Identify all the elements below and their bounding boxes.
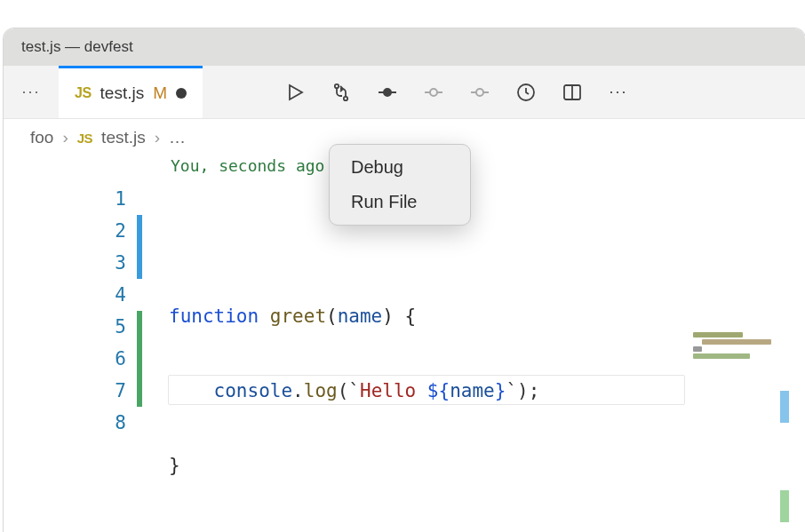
tab-testjs[interactable]: JS test.js M bbox=[59, 66, 203, 118]
line-number: 5 bbox=[4, 311, 126, 343]
js-file-icon: JS bbox=[77, 131, 92, 146]
svg-point-0 bbox=[335, 83, 339, 87]
line-number: 2 bbox=[4, 215, 126, 247]
window-titlebar: test.js — devfest bbox=[4, 28, 805, 66]
line-number: 4 bbox=[4, 279, 126, 311]
split-editor-icon[interactable] bbox=[560, 80, 585, 105]
line-number: 8 bbox=[4, 407, 126, 439]
breadcrumb-more[interactable]: … bbox=[169, 128, 186, 147]
line-number-gutter: 1 2 3 4 5 6 7 8 bbox=[4, 156, 137, 532]
svg-point-2 bbox=[384, 89, 391, 96]
svg-point-3 bbox=[430, 89, 437, 96]
minimap-marker bbox=[780, 490, 789, 522]
git-blame-header: You, seconds ago | bbox=[171, 156, 344, 175]
sidebar-overflow-icon[interactable]: ··· bbox=[4, 83, 59, 101]
minimap[interactable] bbox=[693, 332, 782, 421]
unsaved-indicator-icon bbox=[176, 88, 187, 99]
window-title: test.js — devfest bbox=[21, 38, 133, 56]
editor-window: test.js — devfest ··· JS test.js M bbox=[4, 28, 805, 532]
code-line: function greet(name) { bbox=[169, 300, 594, 332]
run-play-icon[interactable] bbox=[283, 80, 307, 105]
code-line bbox=[169, 226, 594, 258]
chevron-right-icon: › bbox=[155, 128, 160, 147]
git-commit-current-icon[interactable] bbox=[375, 80, 400, 105]
line-number: 7 bbox=[4, 375, 126, 407]
js-file-icon: JS bbox=[75, 85, 92, 101]
run-dropdown-menu: Debug Run File bbox=[329, 144, 471, 226]
line-number: 1 bbox=[4, 183, 126, 215]
breadcrumb-folder[interactable]: foo bbox=[30, 128, 53, 147]
git-change-bar-added bbox=[137, 311, 142, 407]
svg-point-4 bbox=[476, 89, 483, 96]
line-number: 6 bbox=[4, 343, 126, 375]
svg-point-1 bbox=[344, 96, 347, 99]
git-commit-prev-icon[interactable] bbox=[421, 80, 446, 105]
git-commit-next-icon[interactable] bbox=[467, 80, 492, 105]
current-line-highlight bbox=[168, 375, 685, 405]
more-actions-icon[interactable]: ··· bbox=[606, 80, 631, 105]
code-line bbox=[169, 524, 594, 532]
git-change-bar-modified bbox=[137, 215, 142, 279]
line-number: 3 bbox=[4, 247, 126, 279]
menu-item-run-file[interactable]: Run File bbox=[335, 185, 465, 219]
code-line: } bbox=[169, 449, 594, 481]
git-compare-icon[interactable] bbox=[329, 80, 354, 105]
breadcrumb-file[interactable]: test.js bbox=[101, 128, 146, 147]
tab-filename: test.js bbox=[100, 83, 145, 103]
chevron-right-icon: › bbox=[62, 128, 68, 147]
editor-toolbar: ··· bbox=[203, 80, 805, 105]
tab-bar: ··· JS test.js M bbox=[4, 66, 805, 119]
menu-item-debug[interactable]: Debug bbox=[335, 150, 465, 185]
timeline-icon[interactable] bbox=[514, 80, 538, 105]
git-modified-badge: M bbox=[153, 83, 167, 103]
minimap-marker bbox=[780, 391, 789, 423]
